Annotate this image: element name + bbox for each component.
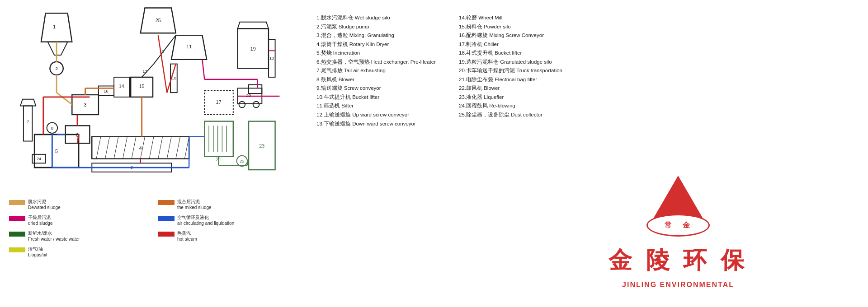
item-18: 18.斗式提升机 Bucket lifter xyxy=(459,49,588,58)
legend-item-dewatered: 脱水污泥 Dewated sludge xyxy=(9,199,149,210)
item-2: 2.污泥泵 Sludge pump xyxy=(316,23,445,32)
item-16: 16.配料螺旋 Mixing Screw Conveyor xyxy=(459,31,588,40)
legend-label-fresh-en: Fresh water / waste water xyxy=(28,237,80,242)
item-23: 23.液化器 Liquefier xyxy=(459,93,588,102)
item-15: 15.粉料仓 Powder silo xyxy=(459,23,588,32)
item-21: 21.电除尘布袋 Electrical bag filter xyxy=(459,75,588,84)
item-19: 19.造粒污泥料仓 Granulated sludge silo xyxy=(459,58,588,67)
svg-text:22: 22 xyxy=(240,158,245,163)
logo-triangle-icon xyxy=(653,176,703,219)
legend-label-air-en: air circulating and liquidation xyxy=(177,221,234,226)
company-name-en: JINLING ENVIRONMENTAL xyxy=(622,281,734,289)
svg-text:15: 15 xyxy=(139,84,145,89)
item-24: 24.回程鼓风 Re-blowing xyxy=(459,102,588,111)
item-8: 8.鼓风机 Blower xyxy=(316,75,445,84)
item-13: 13.下输送螺旋 Down ward screw conveyor xyxy=(316,120,445,129)
legend-label-steam-cn: 热蒸汽 xyxy=(177,230,197,237)
item-25: 25.除尘器，设备除尘 Dust collector xyxy=(459,111,588,120)
legend-area: 脱水污泥 Dewated sludge 混合后污泥 the mixed slud… xyxy=(0,0,108,307)
svg-text:25: 25 xyxy=(156,18,161,23)
svg-text:11: 11 xyxy=(186,44,192,49)
legend-label-biogas-cn: 沼气/油 xyxy=(28,246,47,252)
legend-item-air: 空气循环及液化 air circulating and liquidation xyxy=(158,214,298,226)
svg-text:4: 4 xyxy=(139,145,142,151)
item-20: 20.卡车输送干燥的污泥 Truck transportation xyxy=(459,66,588,75)
legend-label-mixed-en: the mixed sludge xyxy=(177,205,212,210)
item-10: 10.斗式提升机 Bucket lifter xyxy=(316,93,445,102)
legend-item-hot-steam: 热蒸汽 hot steam xyxy=(158,230,298,242)
items-list: 1.脱水污泥料仓 Wet sludge silo 2.污泥泵 Sludge pu… xyxy=(307,0,597,307)
legend-label-steam-en: hot steam xyxy=(177,237,197,242)
item-5: 5.焚烧 Incineration xyxy=(316,49,445,58)
svg-text:17: 17 xyxy=(216,99,222,105)
svg-text:23: 23 xyxy=(259,143,264,149)
svg-text:14: 14 xyxy=(119,84,124,89)
legend-item-dried: 干燥后污泥 dried sludge xyxy=(9,214,149,226)
item-22: 22.鼓风机 Blower xyxy=(459,84,588,93)
legend-label-mixed-cn: 混合后污泥 xyxy=(177,199,212,205)
legend-item-biogas: 沼气/油 biogas/oil xyxy=(9,246,149,257)
legend-label-dried-cn: 干燥后污泥 xyxy=(28,214,52,221)
svg-text:18: 18 xyxy=(269,56,274,60)
item-3: 3.混合，造粒 Mixing, Granulating xyxy=(316,31,445,40)
item-9: 9.输送螺旋 Screw conveyor xyxy=(316,84,445,93)
legend-item-mixed: 混合后污泥 the mixed sludge xyxy=(158,199,298,210)
diagram-area: 1 2 25 11 19 15 3 6 5 24 xyxy=(0,0,307,307)
item-4: 4.滚筒干燥机 Rotary Kiln Dryer xyxy=(316,40,445,49)
item-14: 14.轮磨 Wheel Mill xyxy=(459,14,588,23)
svg-text:19: 19 xyxy=(250,46,256,51)
item-11: 11.筛选机 Sifter xyxy=(316,102,445,111)
logo-area: 常 金 金 陵 环 保 JINLING ENVIRONMENTAL xyxy=(597,0,760,307)
logo-emblem: 常 金 xyxy=(646,176,710,237)
svg-text:20: 20 xyxy=(246,93,251,98)
legend-label-air-cn: 空气循环及液化 xyxy=(177,214,234,221)
item-1: 1.脱水污泥料仓 Wet sludge silo xyxy=(316,14,445,23)
company-name-cn: 金 陵 环 保 xyxy=(609,245,747,276)
logo-ellipse: 常 金 xyxy=(646,214,710,237)
legend-label-dewatered-cn: 脱水污泥 xyxy=(28,199,61,205)
legend-label-fresh-cn: 新鲜水/废水 xyxy=(28,230,80,237)
legend-label-dried-en: dried sludge xyxy=(28,221,52,226)
legend-label-dewatered-en: Dewated sludge xyxy=(28,205,61,210)
logo-ellipse-text: 常 金 xyxy=(665,221,692,230)
legend-label-biogas-en: biogas/oil xyxy=(28,252,47,257)
item-17: 17.制冷机 Chiller xyxy=(459,40,588,49)
item-6: 6.热交换器，空气预热 Heat exchanger, Pre-Heater xyxy=(316,58,445,67)
item-7: 7.尾气排放 Tail air exhausting xyxy=(316,66,445,75)
item-12: 12.上输送螺旋 Up ward screw conveyor xyxy=(316,111,445,120)
legend-item-fresh-water: 新鲜水/废水 Fresh water / waste water xyxy=(9,230,149,242)
svg-text:13: 13 xyxy=(143,69,147,74)
